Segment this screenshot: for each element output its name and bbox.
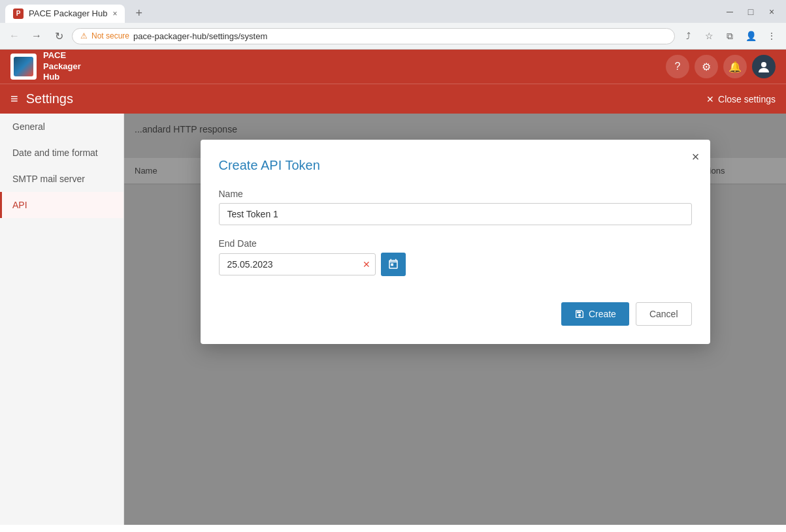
name-form-group: Name <box>219 189 692 225</box>
cancel-button[interactable]: Cancel <box>636 302 692 326</box>
forward-button[interactable]: → <box>27 27 46 45</box>
app-logo: PACE Packager Hub <box>10 50 81 84</box>
maximize-button[interactable]: □ <box>742 5 760 19</box>
url-display: pace-packager-hub/settings/system <box>133 31 666 41</box>
sidebar-item-general[interactable]: General <box>0 114 123 140</box>
end-date-input[interactable] <box>219 253 376 275</box>
close-settings-label: Close settings <box>718 94 776 104</box>
create-api-token-modal: Create API Token × Name End Date ✕ <box>201 140 710 344</box>
split-screen-icon[interactable]: ⧉ <box>721 27 739 45</box>
browser-chrome: P PACE Packager Hub × + ─ □ × ← → ↻ ⚠ No… <box>0 0 786 50</box>
end-date-label: End Date <box>219 238 692 249</box>
reload-button[interactable]: ↻ <box>50 27 68 45</box>
calendar-icon <box>387 258 399 270</box>
date-clear-button[interactable]: ✕ <box>363 259 370 270</box>
main-content: ...andard HTTP response Name Token Creat… <box>124 114 786 525</box>
security-icon: ⚠ <box>80 31 88 40</box>
save-icon <box>574 309 585 319</box>
browser-toolbar-right: ⤴ ☆ ⧉ 👤 ⋮ <box>679 27 781 45</box>
modal-footer: Create Cancel <box>219 302 692 326</box>
logo-icon <box>10 54 37 80</box>
sidebar: General Date and time format SMTP mail s… <box>0 114 124 525</box>
settings-gear-button[interactable]: ⚙ <box>695 55 718 78</box>
create-button[interactable]: Create <box>561 302 629 326</box>
date-picker-button[interactable] <box>381 253 406 276</box>
close-button[interactable]: × <box>762 5 781 19</box>
minimize-button[interactable]: ─ <box>721 5 739 19</box>
date-input-container: ✕ <box>219 253 376 275</box>
tab-title: PACE Packager Hub <box>29 8 107 18</box>
modal-overlay: Create API Token × Name End Date ✕ <box>124 114 786 525</box>
browser-menu-icon[interactable]: ⋮ <box>762 27 781 45</box>
create-label: Create <box>589 309 616 319</box>
tab-favicon: P <box>13 8 24 19</box>
menu-toggle-icon[interactable]: ≡ <box>10 91 18 106</box>
profile-icon[interactable]: 👤 <box>742 27 760 45</box>
settings-header: ≡ Settings ✕ Close settings <box>0 84 786 114</box>
not-secure-label: Not secure <box>91 31 129 40</box>
share-icon[interactable]: ⤴ <box>679 27 697 45</box>
user-avatar[interactable] <box>752 55 776 78</box>
tab-close-button[interactable]: × <box>112 9 117 18</box>
browser-titlebar: P PACE Packager Hub × + ─ □ × <box>0 0 786 23</box>
notifications-button[interactable]: 🔔 <box>723 55 747 78</box>
end-date-form-group: End Date ✕ <box>219 238 692 276</box>
logo-text: PACE Packager Hub <box>43 50 81 84</box>
bookmark-icon[interactable]: ☆ <box>700 27 718 45</box>
sidebar-item-smtp[interactable]: SMTP mail server <box>0 166 123 192</box>
window-controls: ─ □ × <box>721 5 781 23</box>
name-input[interactable] <box>219 203 692 225</box>
sidebar-item-api[interactable]: API <box>0 192 123 218</box>
name-label: Name <box>219 189 692 199</box>
close-settings-x-icon: ✕ <box>706 94 714 104</box>
close-settings-button[interactable]: ✕ Close settings <box>706 94 776 104</box>
browser-tab[interactable]: P PACE Packager Hub × <box>5 5 125 23</box>
modal-title: Create API Token <box>219 158 692 173</box>
svg-point-0 <box>761 62 766 67</box>
sidebar-item-date-time[interactable]: Date and time format <box>0 140 123 166</box>
app-header-right: ? ⚙ 🔔 <box>666 55 776 78</box>
date-input-wrapper: ✕ <box>219 253 692 276</box>
modal-close-button[interactable]: × <box>692 150 700 163</box>
back-button[interactable]: ← <box>5 27 24 45</box>
app-header: PACE Packager Hub ? ⚙ 🔔 <box>0 50 786 84</box>
new-tab-button[interactable]: + <box>130 4 148 23</box>
app-container: PACE Packager Hub ? ⚙ 🔔 ≡ Settings ✕ Clo… <box>0 50 786 525</box>
settings-title: Settings <box>26 91 73 106</box>
address-bar[interactable]: ⚠ Not secure pace-packager-hub/settings/… <box>72 28 675 44</box>
logo-cube <box>14 57 33 76</box>
browser-toolbar: ← → ↻ ⚠ Not secure pace-packager-hub/set… <box>0 23 786 49</box>
app-body: General Date and time format SMTP mail s… <box>0 114 786 525</box>
help-button[interactable]: ? <box>666 55 689 78</box>
